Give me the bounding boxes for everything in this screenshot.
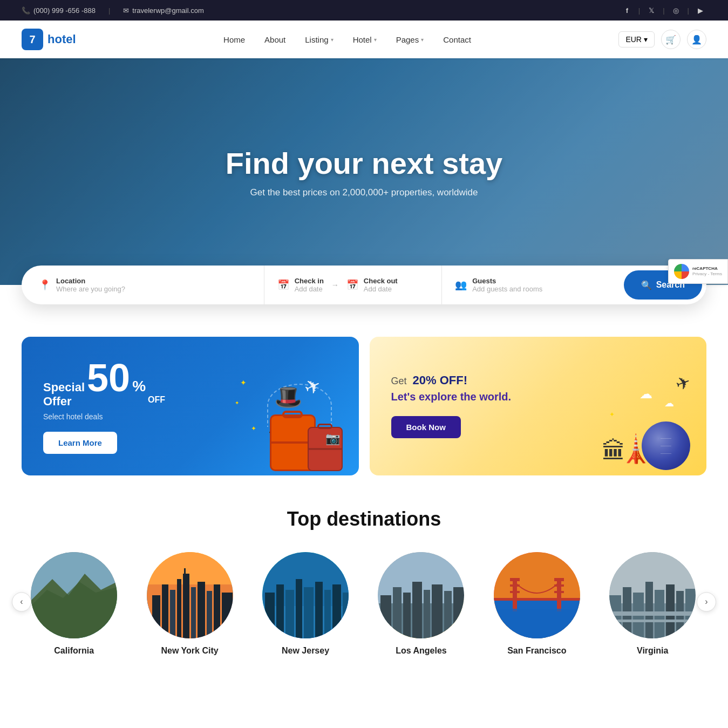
location-icon: 📍 [39,279,51,291]
promo-blue-desc: Select hotel deals [43,412,165,421]
nav-home[interactable]: Home [215,31,254,49]
email-info: ✉ travelerwp@gmail.com [123,6,203,15]
svg-rect-44 [494,598,580,638]
listing-chevron: ▾ [331,37,334,43]
carousel-next-btn[interactable]: › [697,592,716,611]
checkin-content: Check in Add date [295,277,324,293]
la-img [378,552,464,638]
carousel-prev-btn[interactable]: ‹ [12,592,31,611]
guests-field[interactable]: 👥 Guests Add guests and rooms [442,266,619,304]
checkin-placeholder: Add date [295,285,324,293]
nav-pages[interactable]: Pages ▾ [387,31,433,49]
promo-blue-number: 50 [87,358,130,397]
svg-rect-45 [494,598,580,601]
svg-rect-40 [444,591,452,638]
user-button[interactable]: 👤 [687,30,706,49]
navbar: 7 hotel Home About Listing ▾ Hotel ▾ Pag… [0,21,728,58]
topbar-left: 📞 (000) 999 -656 -888 | ✉ travelerwp@gma… [22,6,204,15]
svg-rect-67 [609,620,696,622]
topbar-social: f | 𝕏 | ◎ | ▶ [621,4,706,16]
nav-contact[interactable]: Contact [434,31,480,49]
cart-button[interactable]: 🛒 [661,30,681,49]
promo-yellow-btn[interactable]: Book Now [391,416,461,438]
destination-virginia[interactable]: Virginia [600,552,705,656]
sf-label: San Francisco [507,646,566,655]
nav-listing[interactable]: Listing ▾ [296,31,342,49]
destination-sanfrancisco[interactable]: San Francisco [485,552,589,656]
nyc-img [147,552,233,638]
phone-icon: 📞 [22,6,30,15]
suitcase-small-band [309,448,342,450]
promo-pct: % [132,378,146,395]
cloud-icon: ☁ [639,386,652,402]
currency-chevron: ▾ [644,35,648,44]
checkin-icon: 📅 [277,279,289,291]
hero-section: Find your next stay Get the best prices … [0,58,728,285]
svg-rect-2 [31,601,117,638]
sparkle1: ✦ [240,378,247,387]
promo-blue-btn[interactable]: Learn More [43,432,117,454]
destination-losangeles[interactable]: Los Angeles [369,552,473,656]
guests-placeholder: Add guests and rooms [472,285,542,293]
svg-rect-35 [393,587,402,638]
location-label: Location [56,277,125,285]
promo-yellow-discount: 20% OFF! [413,373,467,387]
nj-img [262,552,349,638]
sparkle3: ✦ [251,425,256,432]
nav-about[interactable]: About [256,31,294,49]
svg-rect-54 [494,609,580,638]
svg-rect-62 [655,590,664,638]
svg-rect-60 [633,593,644,638]
destinations-row: California [22,552,706,656]
svg-rect-34 [380,595,391,638]
globe-lines: —————— [661,434,671,457]
svg-rect-18 [184,568,186,576]
date-arrow: → [331,281,339,289]
destination-newjersey[interactable]: New Jersey [253,552,358,656]
promo-row: SpecialOffer 50 % OFF Select hotel deals… [22,337,706,475]
svg-rect-20 [262,552,349,638]
promo-card-yellow: Get 20% OFF! Let's explore the world. Bo… [370,337,707,475]
search-icon: 🔍 [641,280,652,290]
svg-rect-28 [324,590,331,638]
svg-rect-8 [152,595,160,638]
currency-selector[interactable]: EUR ▾ [618,31,655,47]
checkout-content: Check out Add date [364,277,398,293]
svg-rect-36 [403,593,411,638]
destination-california[interactable]: California [22,552,126,656]
svg-rect-63 [666,584,675,638]
hero-content: Find your next stay Get the best prices … [226,146,502,198]
youtube-link[interactable]: ▶ [695,4,706,16]
phone-info: 📞 (000) 999 -656 -888 [22,6,96,15]
location-field[interactable]: 📍 Location Where are you going? [26,266,264,304]
hero-subtitle: Get the best prices on 2,000,000+ proper… [226,187,502,198]
twitter-link[interactable]: 𝕏 [645,4,657,16]
nav-right: EUR ▾ 🛒 👤 [618,30,706,49]
search-bar-wrapper: 📍 Location Where are you going? 📅 Check … [22,266,706,304]
logo[interactable]: 7 hotel [22,29,76,50]
sf-img [494,552,580,638]
svg-rect-49 [510,591,520,593]
pages-chevron: ▾ [421,37,424,43]
checkin-field[interactable]: 📅 Check in Add date → 📅 Check out Add da… [264,266,442,304]
nav-hotel[interactable]: Hotel ▾ [344,31,385,49]
svg-marker-4 [31,582,117,638]
hero-title: Find your next stay [226,146,502,181]
instagram-link[interactable]: ◎ [670,4,682,16]
location-content: Location Where are you going? [56,277,125,293]
svg-rect-29 [332,584,341,638]
svg-rect-57 [609,603,696,638]
destination-nyc[interactable]: New York City [137,552,242,656]
facebook-link[interactable]: f [621,4,633,16]
svg-rect-61 [645,582,653,638]
svg-rect-37 [412,582,422,638]
svg-rect-13 [191,587,196,638]
svg-rect-43 [494,552,580,638]
svg-rect-17 [222,593,233,638]
main-content: SpecialOffer 50 % OFF Select hotel deals… [0,304,728,677]
globe-icon: —————— [642,421,690,470]
california-img [31,552,117,638]
svg-rect-10 [170,590,175,638]
promo-yellow-content: Get 20% OFF! Let's explore the world. Bo… [391,373,512,438]
california-label: California [54,646,94,655]
